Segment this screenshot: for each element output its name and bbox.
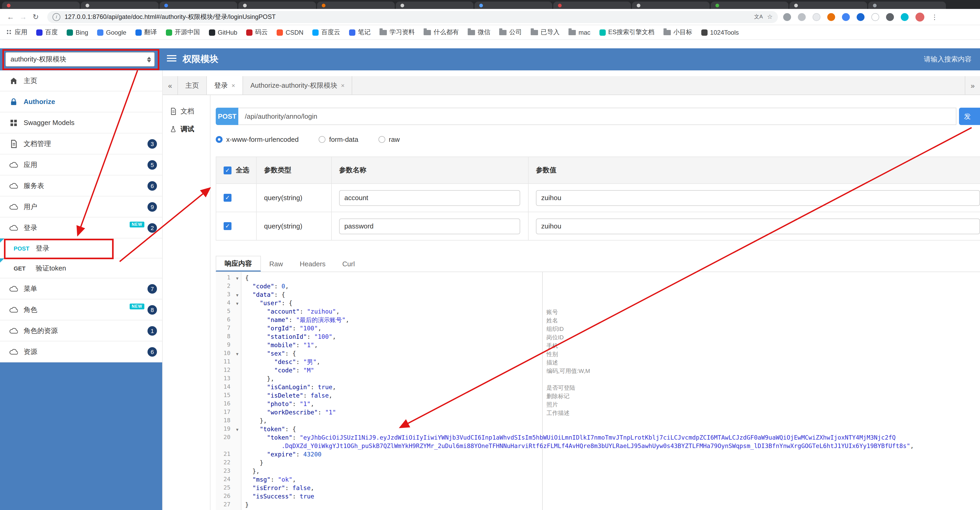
reload-button[interactable]: ↻ bbox=[29, 13, 42, 21]
request-url-input[interactable]: /api/authority/anno/login bbox=[239, 108, 957, 125]
bookmark-item[interactable]: mac bbox=[568, 29, 590, 36]
sidebar-item[interactable]: 服务表6 bbox=[0, 175, 162, 196]
endpoint-item[interactable]: GET验证token bbox=[0, 258, 162, 278]
browser-tab[interactable] bbox=[553, 2, 631, 9]
fold-caret-icon bbox=[234, 417, 241, 426]
param-name-input[interactable]: account bbox=[339, 190, 520, 206]
content-tab[interactable]: Authorize-authority-权限模块× bbox=[243, 76, 353, 94]
sidebar-item[interactable]: 角色NEW8 bbox=[0, 300, 162, 320]
doc-nav-item-debug[interactable]: 调试 bbox=[163, 120, 210, 138]
bookmark-star-icon[interactable]: ☆ bbox=[767, 13, 773, 21]
sidebar-item[interactable]: 登录NEW2 bbox=[0, 217, 162, 239]
fold-caret-icon[interactable]: ▾ bbox=[234, 350, 241, 358]
content-tab[interactable]: 主页 bbox=[178, 76, 207, 94]
checkbox-checked-icon[interactable]: ✓ bbox=[224, 194, 231, 202]
param-name-input[interactable]: password bbox=[339, 218, 520, 234]
bookmark-item[interactable]: 已导入 bbox=[531, 28, 560, 37]
tabs-expand-button[interactable]: » bbox=[965, 76, 980, 94]
bookmark-item[interactable]: 微信 bbox=[468, 28, 490, 37]
sidebar-item[interactable]: Authorize bbox=[0, 91, 162, 112]
browser-extension-icon[interactable] bbox=[871, 13, 879, 21]
content-type-radio[interactable]: form-data bbox=[319, 135, 358, 143]
bookmark-item[interactable]: 翻译 bbox=[135, 28, 157, 37]
browser-extension-icon[interactable] bbox=[827, 13, 835, 21]
fold-caret-icon[interactable]: ▾ bbox=[234, 426, 241, 434]
sidebar-item[interactable]: Swagger Models bbox=[0, 112, 162, 134]
content-tab[interactable]: 登录× bbox=[207, 76, 243, 94]
sidebar-item[interactable]: 应用5 bbox=[0, 155, 162, 175]
doc-nav-item-doc[interactable]: 文档 bbox=[163, 102, 210, 120]
search-input[interactable]: 请输入搜索内容 bbox=[924, 48, 972, 70]
bookmark-item[interactable]: 应用 bbox=[6, 28, 27, 37]
content-type-radio[interactable]: raw bbox=[378, 135, 400, 143]
browser-tab[interactable] bbox=[81, 2, 159, 9]
select-all-checkbox[interactable]: ✓ bbox=[224, 166, 231, 174]
browser-tab[interactable] bbox=[317, 2, 395, 9]
browser-menu-icon[interactable]: ⋮ bbox=[931, 13, 938, 21]
fold-caret-icon[interactable]: ▾ bbox=[234, 300, 241, 308]
sidebar-item[interactable]: 主页 bbox=[0, 70, 162, 91]
response-tab[interactable]: Headers bbox=[291, 256, 334, 271]
browser-tab[interactable] bbox=[632, 2, 710, 9]
forward-button[interactable]: → bbox=[17, 13, 29, 21]
browser-extension-icon[interactable] bbox=[901, 13, 908, 21]
sidebar-item[interactable]: 用户9 bbox=[0, 196, 162, 217]
sidebar-item[interactable]: 角色的资源1 bbox=[0, 320, 162, 341]
sidebar-item[interactable]: 菜单7 bbox=[0, 278, 162, 300]
checkbox-checked-icon[interactable]: ✓ bbox=[224, 222, 231, 230]
bookmark-item[interactable]: 学习资料 bbox=[380, 28, 415, 37]
browser-tab[interactable] bbox=[238, 2, 316, 9]
bookmark-item[interactable]: 百度云 bbox=[312, 28, 340, 37]
bookmark-item[interactable]: Bing bbox=[67, 29, 88, 36]
profile-avatar[interactable] bbox=[915, 12, 924, 21]
close-tab-icon[interactable]: × bbox=[231, 82, 235, 89]
bookmark-item[interactable]: 公司 bbox=[499, 28, 522, 37]
param-value-input[interactable]: zuihou bbox=[536, 218, 980, 234]
address-bar[interactable]: i 127.0.0.1:8760/api/gate/doc.html#/auth… bbox=[47, 11, 778, 23]
browser-tab[interactable] bbox=[2, 2, 80, 9]
bookmark-item[interactable]: CSDN bbox=[277, 29, 303, 36]
browser-extension-icon[interactable] bbox=[886, 13, 894, 21]
browser-tab[interactable] bbox=[711, 2, 788, 9]
sidebar-item[interactable]: 文档管理3 bbox=[0, 134, 162, 155]
browser-tab[interactable] bbox=[474, 2, 552, 9]
browser-tab[interactable] bbox=[396, 2, 474, 9]
sidebar-item[interactable]: 资源6 bbox=[0, 341, 162, 362]
browser-extension-icon[interactable] bbox=[857, 13, 864, 21]
response-tab[interactable]: Raw bbox=[261, 256, 291, 271]
close-tab-icon[interactable]: × bbox=[341, 82, 345, 89]
response-tab[interactable]: 响应内容 bbox=[216, 256, 261, 271]
bookmark-item[interactable]: 百度 bbox=[36, 28, 58, 37]
response-tab[interactable]: Curl bbox=[334, 256, 363, 271]
browser-tab[interactable] bbox=[159, 2, 237, 9]
code-editor[interactable]: 1▾{2 "code": 0,3▾ "data": {4▾ "user": {5… bbox=[216, 272, 980, 510]
bookmark-item[interactable]: 1024Tools bbox=[701, 29, 739, 36]
bookmark-item[interactable]: ES搜索引擎文档 bbox=[600, 28, 655, 37]
bookmark-item[interactable]: Google bbox=[97, 29, 126, 36]
bookmark-item[interactable]: 小目标 bbox=[663, 28, 692, 37]
bookmark-item[interactable]: 笔记 bbox=[349, 28, 371, 37]
browser-extension-icon[interactable] bbox=[813, 13, 821, 21]
bookmark-item[interactable]: GitHub bbox=[208, 29, 237, 36]
module-select[interactable]: authority-权限模块 bbox=[5, 52, 155, 67]
bookmark-item[interactable]: 开源中国 bbox=[165, 28, 200, 37]
browser-extension-icon[interactable] bbox=[783, 13, 791, 21]
browser-tab[interactable] bbox=[789, 2, 867, 9]
translate-icon[interactable]: 文A bbox=[754, 13, 763, 21]
browser-tab[interactable] bbox=[868, 2, 946, 9]
tabs-collapse-button[interactable]: « bbox=[163, 76, 178, 94]
browser-extension-icon[interactable] bbox=[842, 13, 850, 21]
send-button[interactable]: 发 bbox=[959, 108, 980, 125]
content-type-radio[interactable]: x-www-form-urlencoded bbox=[216, 135, 299, 143]
fold-caret-icon[interactable]: ▾ bbox=[234, 291, 241, 300]
endpoint-item[interactable]: POST登录 bbox=[0, 239, 162, 258]
bookmark-item[interactable]: 码云 bbox=[246, 28, 268, 37]
menu-toggle-icon[interactable] bbox=[167, 55, 177, 63]
browser-extension-icon[interactable] bbox=[798, 13, 806, 21]
page-info-icon[interactable]: i bbox=[52, 13, 60, 21]
fold-caret-icon[interactable]: ▾ bbox=[234, 274, 241, 282]
back-button[interactable]: ← bbox=[4, 13, 17, 21]
sidebar-item-label: 角色的资源 bbox=[24, 326, 58, 335]
param-value-input[interactable]: zuihou bbox=[536, 190, 980, 206]
bookmark-item[interactable]: 什么都有 bbox=[423, 28, 459, 37]
